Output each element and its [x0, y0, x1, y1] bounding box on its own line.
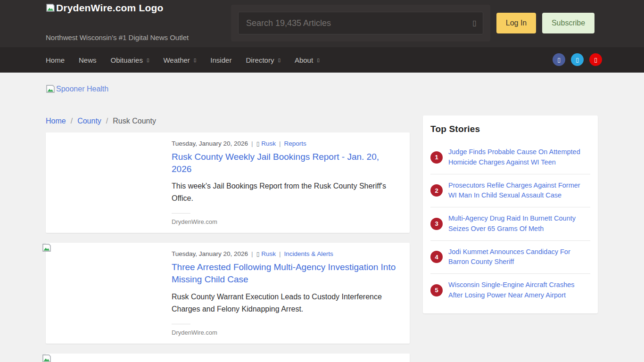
article-date: Tuesday, January 20, 2026 [172, 140, 248, 147]
broken-image-icon [46, 4, 55, 12]
facebook-icon[interactable]: ▯ [553, 53, 565, 66]
main-nav: Home News Obituaries▯ Weather▯ Insider D… [0, 47, 644, 73]
source-divider [172, 324, 190, 324]
article-summary: Rusk County Warrant Execution Leads to C… [172, 291, 398, 315]
breadcrumb-separator: / [71, 117, 73, 125]
nav-item-directory[interactable]: Directory▯ [246, 56, 281, 64]
article-title-link[interactable]: Rusk County Weekly Jail Bookings Report … [172, 151, 398, 175]
search-icon[interactable]: ▯ [472, 18, 477, 28]
article-source: DrydenWire.com [172, 329, 398, 336]
spooner-health-link[interactable]: Spooner Health [46, 85, 108, 93]
site-tagline: Northwest Wisconsin’s #1 Digital News Ou… [46, 33, 189, 41]
top-stories-panel: Top Stories 1 Judge Finds Probable Cause… [423, 115, 598, 313]
top-story-link[interactable]: Multi-Agency Drug Raid In Burnett County… [448, 214, 580, 234]
site-header: DrydenWire.com Logo Northwest Wisconsin’… [0, 0, 644, 47]
breadcrumb-county[interactable]: County [77, 117, 101, 125]
article-source: DrydenWire.com [172, 218, 398, 225]
breadcrumb-home[interactable]: Home [46, 117, 66, 125]
site-logo-text: DrydenWire.com Logo [56, 2, 164, 14]
search-input[interactable] [238, 12, 483, 34]
article-meta: Tuesday, January 20, 2026|▯Rusk|Reports [172, 140, 398, 147]
top-story-link[interactable]: Wisconsin Single-Engine Aircraft Crashes… [448, 280, 580, 301]
nav-item-news[interactable]: News [79, 56, 97, 64]
broken-image-icon [46, 85, 55, 93]
nav-item-obituaries[interactable]: Obituaries▯ [111, 56, 149, 64]
story-rank-badge: 3 [430, 218, 443, 230]
breadcrumb: Home/County/Rusk County [46, 117, 156, 125]
county-icon: ▯ [256, 140, 260, 147]
dropdown-caret-icon: ▯ [278, 58, 281, 63]
broken-image-icon [42, 354, 51, 362]
top-story-item: 3 Multi-Agency Drug Raid In Burnett Coun… [430, 207, 590, 241]
story-rank-badge: 5 [430, 284, 443, 296]
article-title-link[interactable]: Three Arrested Following Multi-Agency In… [172, 261, 398, 286]
nav-item-insider[interactable]: Insider [210, 56, 231, 64]
broken-image-icon [42, 244, 51, 254]
breadcrumb-rusk-county: Rusk County [113, 117, 156, 125]
article-list: Tuesday, January 20, 2026|▯Rusk|Reports … [46, 132, 410, 362]
subscribe-button[interactable]: Subscribe [542, 13, 594, 33]
top-stories-title: Top Stories [430, 124, 590, 134]
article-county-link[interactable]: Rusk [261, 250, 276, 257]
county-icon: ▯ [256, 251, 260, 257]
nav-item-weather[interactable]: Weather▯ [163, 56, 196, 64]
article-meta: Tuesday, January 20, 2026|▯Rusk|Incident… [172, 250, 398, 257]
article-card: Monday, January 19, 2026|▯Rusk|Crime & C… [46, 354, 410, 362]
article-card: Tuesday, January 20, 2026|▯Rusk|Reports … [46, 132, 410, 233]
story-rank-badge: 2 [430, 184, 443, 197]
top-story-item: 4 Jodi Kummet Announces Candidacy For Ba… [430, 241, 590, 274]
spooner-health-alt-text: Spooner Health [56, 85, 108, 93]
top-story-item: 5 Wisconsin Single-Engine Aircraft Crash… [430, 274, 590, 307]
article-category-link[interactable]: Incidents & Alerts [284, 250, 333, 257]
nav-item-about[interactable]: About▯ [295, 56, 320, 64]
story-rank-badge: 4 [430, 251, 443, 263]
dropdown-caret-icon: ▯ [147, 58, 149, 63]
top-story-link[interactable]: Judge Finds Probable Cause On Attempted … [448, 147, 580, 168]
article-category-link[interactable]: Reports [284, 140, 306, 147]
site-logo-link[interactable]: DrydenWire.com Logo [46, 2, 164, 14]
article-card: Tuesday, January 20, 2026|▯Rusk|Incident… [46, 243, 410, 343]
youtube-icon[interactable]: ▯ [589, 53, 602, 66]
top-story-link[interactable]: Prosecutors Refile Charges Against Forme… [448, 181, 580, 201]
dropdown-caret-icon: ▯ [194, 58, 197, 63]
top-story-link[interactable]: Jodi Kummet Announces Candidacy For Barr… [448, 247, 580, 268]
search-panel: ▯ [231, 5, 490, 41]
article-summary: This week's Jail Bookings Report from th… [172, 180, 398, 205]
top-story-item: 2 Prosecutors Refile Charges Against For… [430, 174, 590, 208]
story-rank-badge: 1 [430, 151, 443, 164]
source-divider [172, 213, 190, 214]
nav-item-home[interactable]: Home [46, 56, 65, 64]
breadcrumb-separator: / [106, 117, 108, 125]
dropdown-caret-icon: ▯ [317, 58, 320, 63]
page: DrydenWire.com Logo Northwest Wisconsin’… [0, 0, 644, 362]
article-county-link[interactable]: Rusk [261, 140, 276, 147]
twitter-icon[interactable]: ▯ [571, 53, 584, 66]
article-date: Tuesday, January 20, 2026 [172, 250, 248, 257]
top-story-item: 1 Judge Finds Probable Cause On Attempte… [430, 141, 590, 174]
login-button[interactable]: Log In [496, 13, 536, 33]
